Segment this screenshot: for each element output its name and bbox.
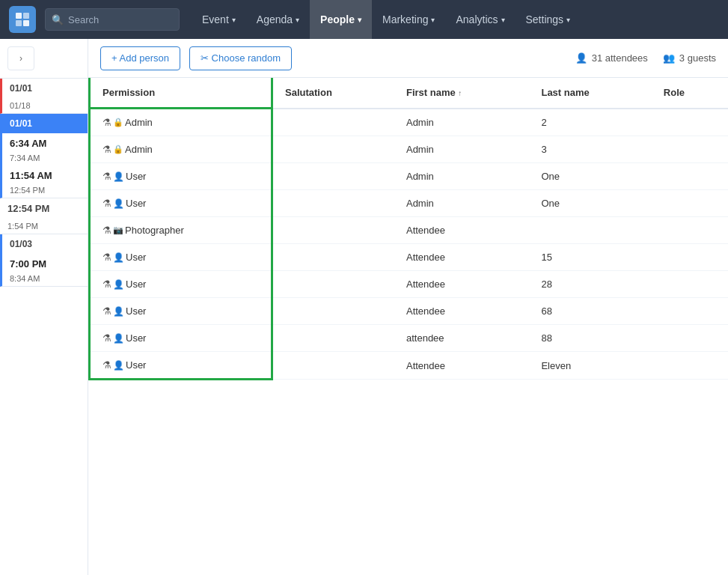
table-row[interactable]: ⚗🔒AdminAdmin2 bbox=[90, 109, 729, 136]
nav-item-people[interactable]: People ▾ bbox=[310, 0, 372, 39]
guests-icon: 👥 bbox=[663, 52, 675, 64]
sidebar-date-jan01-active[interactable]: 01/01 bbox=[2, 114, 88, 133]
lastname-cell: 3 bbox=[529, 136, 651, 163]
sidebar-toggle-section: › bbox=[0, 39, 88, 79]
sidebar-time-154pm[interactable]: 1:54 PM bbox=[0, 219, 88, 234]
nav-item-analytics[interactable]: Analytics ▾ bbox=[445, 0, 515, 39]
person-icon: 👤 bbox=[113, 360, 124, 371]
lastname-cell: 28 bbox=[529, 271, 651, 298]
flask-icon: ⚗ bbox=[103, 144, 111, 155]
person-icon: 👤 bbox=[113, 252, 124, 263]
toolbar: + Add person ✂ Choose random 👤 31 attend… bbox=[88, 39, 728, 78]
sidebar-time-1154am[interactable]: 11:54 AM bbox=[2, 165, 88, 183]
sidebar-time-1254pm[interactable]: 12:54 PM bbox=[2, 183, 88, 198]
lastname-cell: 15 bbox=[529, 244, 651, 271]
lastname-cell: One bbox=[529, 163, 651, 190]
table-row[interactable]: ⚗👤UserAttendee15 bbox=[90, 244, 729, 271]
salutation-cell bbox=[272, 298, 394, 325]
table-row[interactable]: ⚗👤UserAdminOne bbox=[90, 163, 729, 190]
sidebar-time-734am[interactable]: 7:34 AM bbox=[2, 150, 88, 165]
chevron-down-icon: ▾ bbox=[501, 16, 505, 24]
table-row[interactable]: ⚗👤UserAdminOne bbox=[90, 190, 729, 217]
sidebar-date-jan01[interactable]: 01/01 bbox=[2, 79, 88, 98]
nav-item-settings[interactable]: Settings ▾ bbox=[516, 0, 581, 39]
app-logo[interactable] bbox=[9, 6, 36, 33]
role-cell bbox=[652, 352, 728, 380]
flask-icon: ⚗ bbox=[103, 359, 111, 371]
lastname-cell: 88 bbox=[529, 325, 651, 352]
firstname-cell: Admin bbox=[394, 190, 529, 217]
flask-icon: ⚗ bbox=[103, 198, 111, 209]
permission-cell: ⚗👤User bbox=[90, 271, 272, 298]
table-row[interactable]: ⚗👤UserAttendee28 bbox=[90, 271, 729, 298]
col-header-lastname[interactable]: Last name bbox=[529, 78, 651, 109]
sidebar-time-700pm[interactable]: 7:00 PM bbox=[2, 254, 88, 271]
nav-label-settings: Settings bbox=[526, 13, 564, 25]
sidebar-subdate-jan18[interactable]: 01/18 bbox=[2, 98, 88, 113]
table-row[interactable]: ⚗👤Userattendee88 bbox=[90, 325, 729, 352]
permission-label: Admin bbox=[125, 144, 153, 155]
chevron-right-icon: › bbox=[19, 53, 22, 64]
top-navigation: 🔍 Search Event ▾ Agenda ▾ People ▾ Marke… bbox=[0, 0, 728, 39]
attendees-icon: 👤 bbox=[575, 52, 587, 64]
salutation-cell bbox=[272, 136, 394, 163]
sidebar-group-jan01-blue: 01/01 6:34 AM 7:34 AM 11:54 AM 12:54 PM bbox=[0, 114, 88, 198]
role-cell bbox=[652, 271, 728, 298]
attendees-table: Permission Salutation First name ↑ Last … bbox=[88, 78, 728, 380]
permission-cell: ⚗👤User bbox=[90, 244, 272, 271]
lastname-cell: 68 bbox=[529, 298, 651, 325]
role-cell bbox=[652, 298, 728, 325]
sidebar-time-634am[interactable]: 6:34 AM bbox=[2, 133, 88, 150]
table-row[interactable]: ⚗🔒AdminAdmin3 bbox=[90, 136, 729, 163]
permission-label: User bbox=[126, 252, 146, 263]
table-row[interactable]: ⚗📷PhotographerAttendee bbox=[90, 217, 729, 244]
role-cell bbox=[652, 163, 728, 190]
permission-cell: ⚗👤User bbox=[90, 352, 272, 380]
permission-cell: ⚗🔒Admin bbox=[90, 136, 272, 163]
table-row[interactable]: ⚗👤UserAttendeeEleven bbox=[90, 352, 729, 380]
svg-rect-0 bbox=[16, 13, 22, 19]
col-header-role[interactable]: Role bbox=[652, 78, 728, 109]
lastname-cell: One bbox=[529, 190, 651, 217]
permission-cell: ⚗🔒Admin bbox=[90, 109, 272, 136]
svg-rect-1 bbox=[23, 13, 29, 19]
sidebar-group-1254pm: 12:54 PM 1:54 PM bbox=[0, 198, 88, 234]
nav-item-marketing[interactable]: Marketing ▾ bbox=[372, 0, 445, 39]
search-icon: 🔍 bbox=[52, 14, 64, 25]
table-row[interactable]: ⚗👤UserAttendee68 bbox=[90, 298, 729, 325]
camera-icon: 📷 bbox=[113, 225, 123, 235]
chevron-down-icon: ▾ bbox=[566, 16, 570, 24]
chevron-down-icon: ▾ bbox=[296, 16, 299, 24]
permission-cell: ⚗👤User bbox=[90, 325, 272, 352]
add-person-button[interactable]: + Add person bbox=[100, 46, 180, 70]
nav-label-marketing: Marketing bbox=[382, 13, 428, 25]
sidebar-label-1254pm[interactable]: 12:54 PM bbox=[0, 198, 88, 219]
person-icon: 👤 bbox=[113, 198, 124, 209]
flask-icon: ⚗ bbox=[103, 117, 111, 128]
permission-label: Photographer bbox=[125, 225, 184, 236]
sidebar-collapse-button[interactable]: › bbox=[7, 46, 34, 70]
person-icon: 👤 bbox=[113, 306, 124, 317]
sidebar-group-jan03: 01/03 7:00 PM 8:34 AM bbox=[0, 234, 88, 287]
permission-label: User bbox=[126, 171, 146, 182]
nav-item-event[interactable]: Event ▾ bbox=[192, 0, 246, 39]
nav-item-agenda[interactable]: Agenda ▾ bbox=[246, 0, 310, 39]
sidebar-date-jan03[interactable]: 01/03 bbox=[2, 234, 88, 254]
search-placeholder: Search bbox=[68, 14, 99, 25]
role-cell bbox=[652, 109, 728, 136]
salutation-cell bbox=[272, 271, 394, 298]
permission-cell: ⚗👤User bbox=[90, 298, 272, 325]
flask-icon: ⚗ bbox=[103, 225, 111, 236]
col-header-salutation[interactable]: Salutation bbox=[272, 78, 394, 109]
sort-arrow-icon: ↑ bbox=[458, 89, 462, 97]
permission-cell: ⚗👤User bbox=[90, 163, 272, 190]
sidebar-time-834am[interactable]: 8:34 AM bbox=[2, 271, 88, 286]
salutation-cell bbox=[272, 352, 394, 380]
col-header-firstname[interactable]: First name ↑ bbox=[394, 78, 529, 109]
salutation-cell bbox=[272, 325, 394, 352]
choose-random-button[interactable]: ✂ Choose random bbox=[189, 46, 292, 70]
role-cell bbox=[652, 217, 728, 244]
search-bar[interactable]: 🔍 Search bbox=[45, 8, 180, 31]
col-header-permission[interactable]: Permission bbox=[90, 78, 272, 109]
sidebar: › 01/01 01/18 01/01 6:34 AM 7:34 AM 11:5… bbox=[0, 39, 88, 575]
